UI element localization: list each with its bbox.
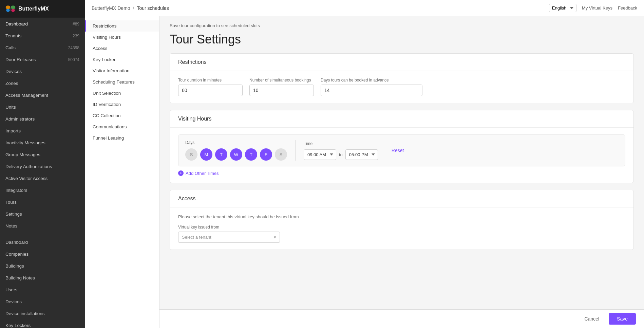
sidebar-item-imports[interactable]: Imports xyxy=(0,125,85,137)
sidebar-logo: ButterflyMX xyxy=(0,0,85,18)
reset-button[interactable]: Reset xyxy=(392,148,404,153)
restrictions-form-row: Tour duration in minutes Number of simul… xyxy=(178,78,625,96)
save-button[interactable]: Save xyxy=(609,313,636,325)
day-circle-1[interactable]: M xyxy=(200,148,212,161)
left-nav-item-restrictions[interactable]: Restrictions xyxy=(85,20,159,32)
access-card-body: Please select the tenant this virtual ke… xyxy=(170,207,633,250)
logo-text: ButterflyMX xyxy=(18,6,49,12)
sidebar-item-inactivity-messages[interactable]: Inactivity Messages xyxy=(0,137,85,149)
sidebar-item-tenants[interactable]: Tenants239 xyxy=(0,30,85,42)
tenant-placeholder-text: Select a tenant xyxy=(182,235,211,240)
left-nav-item-key-locker[interactable]: Key Locker xyxy=(85,54,159,65)
restriction-input-0[interactable] xyxy=(178,85,243,96)
restriction-input-1[interactable] xyxy=(249,85,314,96)
sidebar-item-devices[interactable]: Devices xyxy=(0,66,85,77)
restriction-label-1: Number of simultaneous bookings xyxy=(249,78,314,83)
sidebar-bottom-item-key-lockers[interactable]: Key Lockers xyxy=(0,320,85,328)
sidebar-item-delivery-authorizations[interactable]: Delivery Authorizations xyxy=(0,161,85,172)
time-label: Time xyxy=(304,141,378,146)
day-circle-0[interactable]: S xyxy=(185,148,197,161)
breadcrumb-link[interactable]: ButterflyMX Demo xyxy=(92,5,130,11)
visiting-hours-card-body: Days SMTWTFS Time 09:00 AM10:00 AM11:00 … xyxy=(170,128,633,183)
sidebar-item-dashboard[interactable]: Dashboard#89 xyxy=(0,18,85,30)
day-circles: SMTWTFS xyxy=(185,148,287,161)
left-nav-item-id-verification[interactable]: ID Verification xyxy=(85,99,159,110)
page-title: Tour Settings xyxy=(170,32,634,47)
svg-point-3 xyxy=(11,9,15,12)
visiting-hours-card: Visiting Hours Days SMTWTFS Time xyxy=(170,110,634,183)
sidebar-bottom-item-users[interactable]: Users xyxy=(0,284,85,296)
plus-circle-icon: + xyxy=(178,170,184,176)
to-time-select[interactable]: 09:00 AM10:00 AM11:00 AM12:00 PM01:00 PM… xyxy=(345,149,378,160)
cancel-button[interactable]: Cancel xyxy=(579,313,605,324)
sidebar: ButterflyMX Dashboard#89Tenants239Calls2… xyxy=(0,0,85,328)
svg-point-1 xyxy=(11,5,16,9)
left-nav-item-scheduling-features[interactable]: Scheduling Features xyxy=(85,76,159,88)
sidebar-item-calls[interactable]: Calls24398 xyxy=(0,42,85,54)
restriction-input-2[interactable] xyxy=(321,85,422,96)
day-circle-2[interactable]: T xyxy=(215,148,227,161)
left-nav: RestrictionsVisiting HoursAccessKey Lock… xyxy=(85,16,159,328)
left-nav-items: RestrictionsVisiting HoursAccessKey Lock… xyxy=(85,20,159,144)
sidebar-item-settings[interactable]: Settings xyxy=(0,208,85,220)
language-select[interactable]: English Spanish xyxy=(549,4,576,12)
add-other-times-label: Add Other Times xyxy=(186,171,219,176)
restriction-field-0: Tour duration in minutes xyxy=(178,78,243,96)
days-label: Days xyxy=(185,140,287,145)
sidebar-bottom-section: DashboardCompaniesBuildingsBuilding Note… xyxy=(0,236,85,328)
butterfly-logo-icon xyxy=(5,5,16,13)
feedback-link[interactable]: Feedback xyxy=(618,5,637,11)
sidebar-item-notes[interactable]: Notes xyxy=(0,220,85,232)
sidebar-top-section: Dashboard#89Tenants239Calls24398Door Rel… xyxy=(0,18,85,232)
svg-point-4 xyxy=(10,6,11,11)
breadcrumb-current: Tour schedules xyxy=(137,5,169,11)
day-circle-5[interactable]: F xyxy=(260,148,272,161)
tenant-chevron-icon: ▾ xyxy=(274,235,276,240)
bottom-bar: Cancel Save xyxy=(159,309,644,328)
days-section: Days SMTWTFS xyxy=(185,140,287,161)
sidebar-bottom-item-companies[interactable]: Companies xyxy=(0,248,85,260)
virtual-key-label: Virtual key issued from xyxy=(178,225,625,230)
restriction-label-0: Tour duration in minutes xyxy=(178,78,243,83)
save-tour-hint: Save tour configuration to see scheduled… xyxy=(170,23,634,28)
left-nav-item-cc-collection[interactable]: CC Collection xyxy=(85,110,159,121)
visiting-hours-card-header: Visiting Hours xyxy=(170,110,633,128)
sidebar-item-group-messages[interactable]: Group Messages xyxy=(0,149,85,161)
tenant-select[interactable]: Select a tenant ▾ xyxy=(178,232,280,243)
sidebar-bottom-item-device-installations[interactable]: Device installations xyxy=(0,308,85,320)
left-nav-item-access[interactable]: Access xyxy=(85,43,159,54)
left-nav-item-visitor-information[interactable]: Visitor Information xyxy=(85,65,159,76)
sidebar-item-units[interactable]: Units xyxy=(0,101,85,113)
sidebar-bottom-item-buildings[interactable]: Buildings xyxy=(0,260,85,272)
left-nav-item-visiting-hours[interactable]: Visiting Hours xyxy=(85,32,159,43)
visiting-hours-row: Days SMTWTFS Time 09:00 AM10:00 AM11:00 … xyxy=(178,134,625,166)
svg-point-2 xyxy=(6,9,10,12)
access-description: Please select the tenant this virtual ke… xyxy=(178,214,625,219)
sidebar-item-zones[interactable]: Zones xyxy=(0,77,85,89)
breadcrumb-separator: / xyxy=(133,5,134,11)
sidebar-item-administrators[interactable]: Administrators xyxy=(0,113,85,125)
sidebar-item-integrators[interactable]: Integrators xyxy=(0,184,85,196)
left-nav-item-funnel-leasing[interactable]: Funnel Leasing xyxy=(85,132,159,144)
sidebar-item-door-releases[interactable]: Door Releases50074 xyxy=(0,54,85,66)
access-card-header: Access xyxy=(170,190,633,207)
sidebar-item-active-visitor-access[interactable]: Active Visitor Access xyxy=(0,172,85,184)
restriction-field-2: Days tours can be booked in advance xyxy=(321,78,422,96)
restrictions-card: Restrictions Tour duration in minutes Nu… xyxy=(170,53,634,103)
my-virtual-keys-link[interactable]: My Virtual Keys xyxy=(582,5,612,11)
add-other-times-button[interactable]: + Add Other Times xyxy=(178,170,625,176)
sidebar-item-tours[interactable]: Tours xyxy=(0,196,85,208)
from-time-select[interactable]: 09:00 AM10:00 AM11:00 AM12:00 PM01:00 PM… xyxy=(304,149,336,160)
left-nav-item-communications[interactable]: Communications xyxy=(85,121,159,132)
sidebar-item-access-management[interactable]: Access Management xyxy=(0,89,85,101)
left-nav-item-unit-selection[interactable]: Unit Selection xyxy=(85,88,159,99)
restriction-field-1: Number of simultaneous bookings xyxy=(249,78,314,96)
sidebar-divider xyxy=(0,234,85,234)
sidebar-bottom-item-building-notes[interactable]: Building Notes xyxy=(0,272,85,284)
sidebar-bottom-item-dashboard[interactable]: Dashboard xyxy=(0,236,85,248)
day-circle-6[interactable]: S xyxy=(275,148,287,161)
day-circle-4[interactable]: T xyxy=(245,148,257,161)
sidebar-bottom-item-devices[interactable]: Devices xyxy=(0,296,85,308)
day-circle-3[interactable]: W xyxy=(230,148,242,161)
main-wrapper: ButterflyMX Demo / Tour schedules Englis… xyxy=(85,0,644,328)
